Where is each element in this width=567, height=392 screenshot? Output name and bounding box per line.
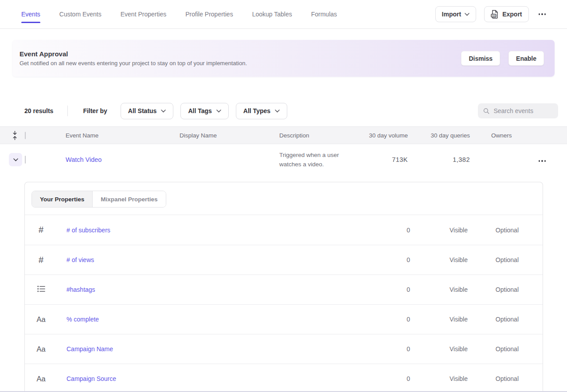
chevron-down-icon [465,13,469,16]
divider [67,106,68,116]
property-row: Aa Campaign Name 0 Visible Optional [25,334,543,364]
select-all-checkbox[interactable] [25,132,26,139]
property-count: 0 [331,375,410,382]
export-label: Export [502,11,522,18]
types-filter-dropdown[interactable]: All Types [236,103,287,119]
event-queries: 1,382 [412,156,474,163]
header-queries: 30 day queries [412,132,474,139]
event-name-link[interactable]: Watch Video [66,156,102,163]
tags-filter-dropdown[interactable]: All Tags [180,103,228,119]
property-name-link[interactable]: Campaign Source [57,375,331,382]
number-type-icon: # [39,255,43,265]
status-filter-dropdown[interactable]: All Status [121,103,174,119]
nav-tab-events[interactable]: Events [21,0,40,28]
banner-text: Event Approval Get notified on all new e… [20,50,247,67]
property-count: 0 [331,227,410,234]
properties-tab-group: Your Properties Mixpanel Properties [31,191,166,208]
tab-your-properties[interactable]: Your Properties [32,191,93,207]
collapse-row-button[interactable] [9,153,22,166]
properties-list: # # of subscribers 0 Visible Optional # … [25,215,543,392]
property-visibility: Visible [410,227,468,234]
event-row: Watch Video Triggered when a user watche… [0,144,567,175]
filter-by-label: Filter by [83,107,107,114]
svg-text:csv: csv [492,14,496,17]
property-visibility: Visible [410,286,468,293]
property-row: #hashtags 0 Visible Optional [25,274,543,304]
property-row: Aa % complete 0 Visible Optional [25,304,543,334]
property-name-link[interactable]: #hashtags [57,286,331,293]
property-name-link[interactable]: % complete [57,316,331,323]
chevron-down-icon [275,110,280,113]
property-name-link[interactable]: Campaign Name [57,345,331,353]
text-type-icon: Aa [36,345,45,353]
property-row: # # of views 0 Visible Optional [25,245,543,274]
ellipsis-icon [539,160,546,162]
chevron-down-icon [13,158,18,161]
property-name-link[interactable]: # of views [57,256,331,263]
types-filter-label: All Types [243,107,270,114]
search-input[interactable] [493,107,553,114]
property-requirement: Optional [468,316,519,323]
event-description: Triggered when a user watches a video. [270,145,355,174]
properties-panel: Your Properties Mixpanel Properties # # … [24,182,543,392]
tab-mixpanel-properties[interactable]: Mixpanel Properties [93,191,165,207]
property-visibility: Visible [410,345,468,353]
row-checkbox[interactable] [25,156,26,164]
banner-description: Get notified on all new events entering … [20,60,247,67]
event-approval-banner: Event Approval Get notified on all new e… [12,40,555,77]
more-options-button[interactable] [537,12,548,17]
csv-file-icon: csv [491,10,499,19]
nav-tab-formulas[interactable]: Formulas [311,0,337,28]
search-icon [483,107,489,115]
property-requirement: Optional [468,345,519,353]
nav-tab-custom-events[interactable]: Custom Events [59,0,102,28]
top-navigation: EventsCustom EventsEvent PropertiesProfi… [0,0,567,29]
status-filter-label: All Status [128,107,157,114]
header-display-name: Display Name [171,132,270,139]
collapse-all-icon[interactable] [0,131,25,140]
property-requirement: Optional [468,256,519,263]
import-label: Import [442,11,461,18]
chevron-down-icon [161,110,166,113]
results-count: 20 results [24,107,53,114]
chevron-down-icon [216,110,221,113]
tags-filter-label: All Tags [188,107,211,114]
nav-tab-lookup-tables[interactable]: Lookup Tables [252,0,292,28]
property-name-link[interactable]: # of subscribers [57,227,331,234]
property-requirement: Optional [468,375,519,382]
filter-bar: 20 results Filter by All Status All Tags… [0,102,567,120]
number-type-icon: # [39,225,43,235]
export-button[interactable]: csv Export [484,6,528,22]
enable-button[interactable]: Enable [508,51,544,66]
banner-title: Event Approval [20,50,247,58]
properties-tabbar: Your Properties Mixpanel Properties [25,182,543,215]
header-owners: Owners [474,132,523,139]
property-count: 0 [331,316,410,323]
property-requirement: Optional [468,227,519,234]
search-box [478,103,558,118]
ellipsis-icon [539,13,546,15]
banner-actions: Dismiss Enable [461,51,544,66]
property-visibility: Visible [410,316,468,323]
header-event-name: Event Name [57,132,171,139]
event-volume: 713K [355,156,412,163]
property-visibility: Visible [410,256,468,263]
text-type-icon: Aa [36,375,45,383]
header-description: Description [270,132,355,139]
property-visibility: Visible [410,375,468,382]
text-type-icon: Aa [36,315,45,323]
property-row: Aa Campaign Source 0 Visible Optional [25,364,543,392]
list-type-icon [37,286,45,292]
table-header: Event Name Display Name Description 30 d… [0,126,567,144]
header-volume: 30 day volume [355,132,412,139]
property-count: 0 [331,256,410,263]
topbar-actions: Import csv Export [435,0,547,28]
property-count: 0 [331,286,410,293]
property-requirement: Optional [468,286,519,293]
import-button[interactable]: Import [435,6,477,22]
nav-tab-event-properties[interactable]: Event Properties [121,0,167,28]
dismiss-button[interactable]: Dismiss [461,51,500,66]
nav-tab-profile-properties[interactable]: Profile Properties [185,0,233,28]
property-row: # # of subscribers 0 Visible Optional [25,215,543,245]
row-actions-button[interactable] [537,158,548,164]
